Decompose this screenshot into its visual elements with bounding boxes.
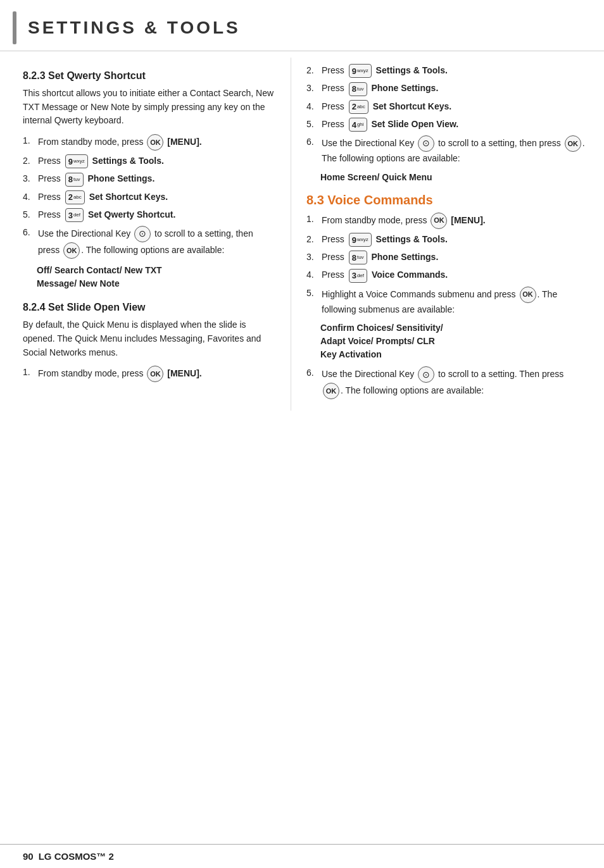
- step-823-1: 1. From standby mode, press OK [MENU].: [23, 134, 275, 151]
- step-83-6: 6. Use the Directional Key ⊙ to scroll t…: [306, 366, 585, 399]
- section-823-title: 8.2.3 Set Qwerty Shortcut: [23, 70, 275, 82]
- page: SETTINGS & TOOLS 8.2.3 Set Qwerty Shortc…: [0, 0, 604, 868]
- step-823-2: 2. Press 9wxyz Settings & Tools.: [23, 154, 275, 168]
- step-823-4: 4. Press 2abc Set Shortcut Keys.: [23, 190, 275, 204]
- section-823-steps: 1. From standby mode, press OK [MENU]. 2…: [23, 134, 275, 259]
- footer-page-number: 90: [23, 851, 34, 862]
- section-824-steps-cont: 2. Press 9wxyz Settings & Tools. 3. Pres…: [306, 64, 585, 166]
- step-num: 2.: [306, 233, 322, 247]
- ok-button-icon: OK: [147, 134, 163, 151]
- step-824-4: 4. Press 2abc Set Shortcut Keys.: [306, 100, 585, 114]
- section-824-body: By default, the Quick Menu is displayed …: [23, 318, 275, 359]
- step-num: 3.: [23, 172, 38, 186]
- key-9wxyz: 9wxyz: [349, 233, 372, 247]
- key-4ghi: 4ghi: [349, 118, 367, 132]
- step-num: 3.: [306, 82, 322, 96]
- step-content: Press 8tuv Phone Settings.: [38, 172, 275, 186]
- key-9wxyz: 9wxyz: [349, 64, 372, 78]
- step-content: Press 8tuv Phone Settings.: [322, 82, 585, 96]
- step-num: 1.: [23, 366, 38, 380]
- step-83-5: 5. Highlight a Voice Commands submenu an…: [306, 287, 585, 317]
- step-content: Highlight a Voice Commands submenu and p…: [322, 287, 585, 317]
- ok-button-icon: OK: [565, 135, 581, 152]
- right-column: 2. Press 9wxyz Settings & Tools. 3. Pres…: [291, 58, 604, 411]
- step-824-2: 2. Press 9wxyz Settings & Tools.: [306, 64, 585, 78]
- step-num: 5.: [23, 208, 38, 222]
- ok-button-icon: OK: [520, 287, 536, 303]
- step-num: 5.: [306, 287, 322, 301]
- section-824-title: 8.2.4 Set Slide Open View: [23, 302, 275, 313]
- step-content: Use the Directional Key ⊙ to scroll to a…: [38, 226, 275, 259]
- step-824-6-note: Home Screen/ Quick Menu: [320, 171, 585, 184]
- step-823-3: 3. Press 8tuv Phone Settings.: [23, 172, 275, 186]
- key-2abc: 2abc: [349, 100, 368, 114]
- page-header: SETTINGS & TOOLS: [0, 0, 604, 51]
- step-content: Press 2abc Set Shortcut Keys.: [38, 190, 275, 204]
- key-8tuv: 8tuv: [349, 82, 367, 96]
- step-824-3: 3. Press 8tuv Phone Settings.: [306, 82, 585, 96]
- step-823-5: 5. Press 3def Set Qwerty Shortcut.: [23, 208, 275, 222]
- key-9wxyz: 9wxyz: [65, 154, 88, 168]
- step-83-5-note: Confirm Choices/ Sensitivity/Adapt Voice…: [320, 321, 585, 361]
- step-num: 2.: [23, 154, 38, 168]
- key-2abc: 2abc: [65, 190, 85, 204]
- step-content: Press 9wxyz Settings & Tools.: [38, 154, 275, 168]
- step-content: Press 3def Set Qwerty Shortcut.: [38, 208, 275, 222]
- step-823-6-note: Off/ Search Contact/ New TXTMessage/ New…: [37, 264, 275, 290]
- key-3def: 3def: [65, 208, 84, 222]
- step-content: Press 4ghi Set Slide Open View.: [322, 118, 585, 132]
- section-83-step6: 6. Use the Directional Key ⊙ to scroll t…: [306, 366, 585, 399]
- page-title: SETTINGS & TOOLS: [28, 11, 241, 44]
- step-num: 5.: [306, 118, 322, 132]
- step-83-4: 4. Press 3def Voice Commands.: [306, 268, 585, 282]
- section-823-body: This shortcut allows you to initiate eit…: [23, 87, 275, 128]
- key-8tuv: 8tuv: [65, 173, 84, 187]
- step-content: Use the Directional Key ⊙ to scroll to a…: [322, 366, 585, 399]
- step-content: Press 8tuv Phone Settings.: [322, 251, 585, 264]
- step-content: Press 2abc Set Shortcut Keys.: [322, 100, 585, 114]
- footer-brand: LG COSMOS™ 2: [39, 851, 114, 862]
- step-824-6: 6. Use the Directional Key ⊙ to scroll t…: [306, 135, 585, 166]
- step-83-3: 3. Press 8tuv Phone Settings.: [306, 251, 585, 264]
- step-83-2: 2. Press 9wxyz Settings & Tools.: [306, 233, 585, 247]
- page-footer: 90 LG COSMOS™ 2: [0, 844, 604, 868]
- ok-button-icon: OK: [147, 366, 163, 382]
- ok-button-icon: OK: [63, 242, 80, 259]
- section-824-steps: 1. From standby mode, press OK [MENU].: [23, 366, 275, 382]
- step-num: 4.: [306, 100, 322, 114]
- step-823-6: 6. Use the Directional Key ⊙ to scroll t…: [23, 226, 275, 259]
- key-8tuv: 8tuv: [349, 251, 367, 264]
- step-83-1: 1. From standby mode, press OK [MENU].: [306, 213, 585, 229]
- step-num: 4.: [306, 268, 322, 282]
- step-num: 1.: [23, 134, 38, 148]
- left-column: 8.2.3 Set Qwerty Shortcut This shortcut …: [0, 58, 291, 411]
- step-num: 6.: [306, 135, 322, 149]
- header-accent: [13, 11, 16, 44]
- ok-button-icon: OK: [323, 383, 339, 399]
- step-824-5: 5. Press 4ghi Set Slide Open View.: [306, 118, 585, 132]
- step-num: 3.: [306, 251, 322, 264]
- key-3def: 3def: [349, 269, 367, 283]
- directional-key-icon: ⊙: [134, 226, 151, 242]
- step-num: 6.: [306, 366, 322, 380]
- step-content: Press 9wxyz Settings & Tools.: [322, 64, 585, 78]
- step-content: From standby mode, press OK [MENU].: [322, 213, 585, 229]
- step-num: 4.: [23, 190, 38, 204]
- directional-key-icon: ⊙: [418, 366, 434, 383]
- content-area: 8.2.3 Set Qwerty Shortcut This shortcut …: [0, 58, 604, 411]
- step-content: Use the Directional Key ⊙ to scroll to a…: [322, 135, 585, 166]
- step-content: From standby mode, press OK [MENU].: [38, 366, 275, 382]
- section-83-steps: 1. From standby mode, press OK [MENU]. 2…: [306, 213, 585, 317]
- directional-key-icon: ⊙: [418, 135, 434, 152]
- step-num: 1.: [306, 213, 322, 226]
- step-content: From standby mode, press OK [MENU].: [38, 134, 275, 151]
- section-83-title: 8.3 Voice Commands: [306, 193, 585, 208]
- step-content: Press 3def Voice Commands.: [322, 268, 585, 282]
- step-824-1: 1. From standby mode, press OK [MENU].: [23, 366, 275, 382]
- step-num: 2.: [306, 64, 322, 78]
- ok-button-icon: OK: [431, 213, 447, 229]
- step-content: Press 9wxyz Settings & Tools.: [322, 233, 585, 247]
- step-num: 6.: [23, 226, 38, 240]
